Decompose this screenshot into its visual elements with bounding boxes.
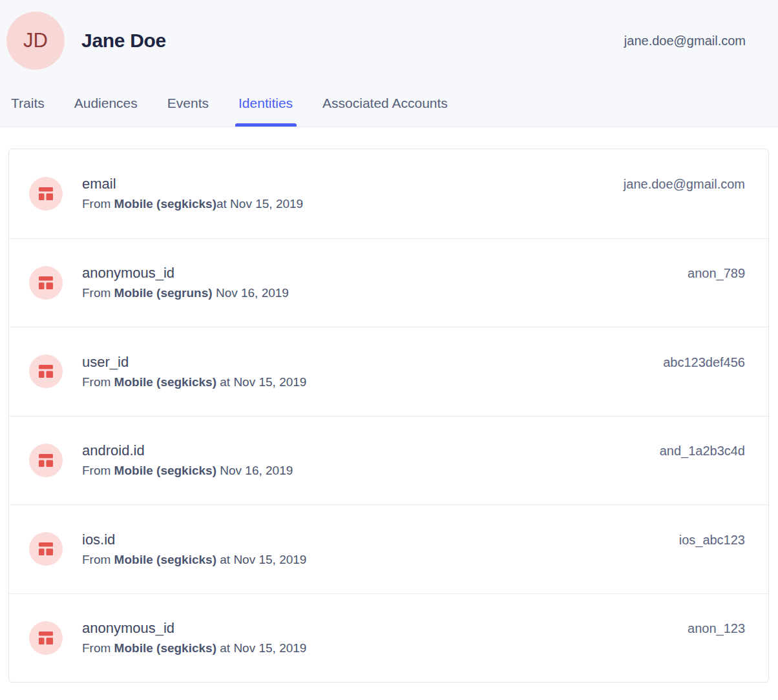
identity-source: Mobile (segkicks) (114, 375, 216, 389)
identity-name: android.id (82, 442, 145, 459)
identity-row: user_idabc123def456 From Mobile (segkick… (9, 327, 768, 416)
identity-date: at Nov 15, 2019 (216, 375, 306, 389)
identity-text: user_idabc123def456 From Mobile (segkick… (82, 354, 745, 389)
tab-associated-accounts[interactable]: Associated Accounts (322, 96, 448, 127)
avatar: JD (6, 12, 65, 70)
identity-origin-prefix: From (82, 641, 114, 655)
identity-text: anonymous_idanon_789 From Mobile (segrun… (82, 265, 745, 300)
identity-origin: From Mobile (segkicks) Nov 16, 2019 (82, 464, 745, 478)
identity-value: anon_123 (688, 621, 745, 636)
identity-source: Mobile (segruns) (114, 286, 213, 300)
identity-name: user_id (82, 354, 129, 371)
identity-origin: From Mobile (segkicks)at Nov 15, 2019 (82, 197, 745, 211)
identity-source: Mobile (segkicks) (114, 464, 216, 477)
identity-text: anonymous_idanon_123 From Mobile (segkic… (82, 620, 745, 655)
identity-origin-prefix: From (82, 197, 114, 211)
identity-origin: From Mobile (segkicks) at Nov 15, 2019 (82, 553, 745, 567)
source-layout-icon (29, 621, 63, 655)
identity-date: at Nov 15, 2019 (216, 641, 306, 655)
identity-value: anon_789 (688, 266, 745, 281)
identity-text: android.idand_1a2b3c4d From Mobile (segk… (82, 442, 745, 478)
identity-value: and_1a2b3c4d (660, 444, 745, 458)
identity-origin-prefix: From (82, 553, 114, 566)
identity-row: anonymous_idanon_789 From Mobile (segrun… (9, 238, 768, 327)
identity-row: android.idand_1a2b3c4d From Mobile (segk… (9, 416, 768, 505)
tab-audiences[interactable]: Audiences (74, 96, 138, 127)
identity-value: jane.doe@gmail.com (624, 177, 745, 192)
identity-origin-prefix: From (82, 464, 114, 477)
profile-tabs: Traits Audiences Events Identities Assoc… (0, 70, 778, 127)
identity-value: abc123def456 (663, 355, 745, 370)
source-layout-icon (29, 355, 63, 388)
identity-text: ios.idios_abc123 From Mobile (segkicks) … (82, 531, 745, 567)
profile-header-top: JD Jane Doe jane.doe@gmail.com (0, 0, 778, 70)
identity-text: emailjane.doe@gmail.com From Mobile (seg… (82, 176, 745, 211)
identity-origin-prefix: From (82, 375, 114, 389)
identity-origin-prefix: From (82, 286, 114, 300)
source-layout-icon (29, 177, 63, 211)
tab-identities[interactable]: Identities (238, 96, 293, 127)
profile-header: JD Jane Doe jane.doe@gmail.com Traits Au… (0, 0, 778, 127)
identity-date: at Nov 15, 2019 (216, 197, 303, 211)
identity-name: ios.id (82, 531, 115, 548)
source-layout-icon (29, 266, 63, 300)
identity-name: email (82, 176, 116, 192)
source-layout-icon (29, 532, 63, 566)
profile-email: jane.doe@gmail.com (624, 34, 746, 48)
identity-origin: From Mobile (segruns) Nov 16, 2019 (82, 286, 745, 300)
identity-source: Mobile (segkicks) (114, 553, 216, 566)
avatar-initials: JD (23, 29, 48, 52)
identity-row: anonymous_idanon_123 From Mobile (segkic… (9, 593, 768, 683)
identity-source: Mobile (segkicks) (114, 641, 216, 655)
identity-name: anonymous_id (82, 620, 174, 637)
identity-row: emailjane.doe@gmail.com From Mobile (seg… (9, 149, 768, 238)
page-title: Jane Doe (81, 30, 166, 52)
source-layout-icon (29, 444, 63, 477)
identity-date: Nov 16, 2019 (216, 464, 293, 477)
identity-origin: From Mobile (segkicks) at Nov 15, 2019 (82, 375, 745, 389)
tab-events[interactable]: Events (167, 96, 209, 127)
identities-list-card: emailjane.doe@gmail.com From Mobile (seg… (8, 149, 769, 683)
identity-date: at Nov 15, 2019 (216, 553, 306, 566)
identity-source: Mobile (segkicks) (114, 197, 216, 211)
identity-date: Nov 16, 2019 (213, 286, 289, 300)
identity-row: ios.idios_abc123 From Mobile (segkicks) … (9, 504, 768, 593)
tab-traits[interactable]: Traits (11, 96, 45, 127)
identity-name: anonymous_id (82, 265, 174, 282)
identity-value: ios_abc123 (679, 533, 745, 548)
identity-origin: From Mobile (segkicks) at Nov 15, 2019 (82, 641, 745, 655)
